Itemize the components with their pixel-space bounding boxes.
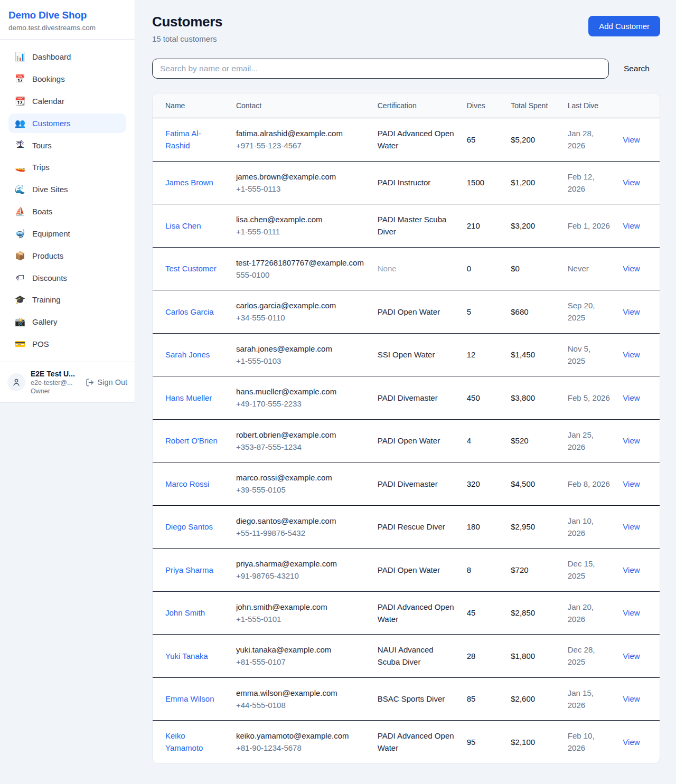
discounts-icon: 🏷 — [15, 273, 25, 282]
customer-last-dive: Jan 25, 2026 — [561, 419, 617, 462]
customer-email: marco.rossi@example.com — [236, 471, 365, 484]
customer-name-link[interactable]: Marco Rossi — [165, 479, 209, 488]
sidebar-item-label: Dive Sites — [32, 185, 68, 194]
calendar-icon: 📆 — [15, 96, 25, 106]
sidebar-item-label: Boats — [32, 207, 52, 216]
search-input[interactable] — [152, 59, 609, 79]
customer-name-link[interactable]: James Brown — [165, 178, 213, 187]
customer-name-link[interactable]: Hans Mueller — [165, 393, 212, 402]
sidebar-item-customers[interactable]: 👥 Customers — [8, 114, 126, 133]
customer-name-link[interactable]: Emma Wilson — [165, 694, 214, 703]
customer-certification: PADI Master Scuba Diver — [371, 204, 461, 248]
user-name: E2E Test U... — [31, 370, 80, 378]
customer-last-dive: Feb 8, 2026 — [561, 462, 617, 506]
add-customer-button[interactable]: Add Customer — [588, 16, 660, 36]
customer-dives: 8 — [461, 549, 505, 592]
customer-certification: BSAC Sports Diver — [371, 677, 461, 721]
customer-name-link[interactable]: Fatima Al-Rashid — [165, 129, 201, 150]
customer-total-spent: $2,950 — [504, 505, 561, 549]
sidebar-item-discounts[interactable]: 🏷 Discounts — [8, 268, 126, 287]
customer-last-dive: Feb 5, 2026 — [561, 376, 617, 420]
view-link[interactable]: View — [623, 178, 640, 187]
view-link[interactable]: View — [623, 479, 640, 488]
customer-name-link[interactable]: Robert O'Brien — [165, 436, 218, 445]
customer-last-dive: Sep 20, 2025 — [561, 290, 617, 334]
sign-out-icon — [86, 378, 95, 387]
table-row: Lisa Chen lisa.chen@example.com +1-555-0… — [153, 204, 660, 248]
customer-dives: 85 — [461, 677, 505, 721]
sign-out-button[interactable]: Sign Out — [86, 378, 127, 387]
sidebar-item-calendar[interactable]: 📆 Calendar — [8, 91, 126, 111]
sidebar-item-label: Training — [32, 295, 61, 304]
sidebar-item-label: Dashboard — [32, 52, 71, 61]
table-row: Test Customer test-1772681807767@example… — [153, 247, 660, 290]
view-link[interactable]: View — [623, 264, 640, 273]
customer-email: hans.mueller@example.com — [236, 385, 365, 398]
customer-certification: PADI Advanced Open Water — [371, 118, 461, 162]
user-role: Owner — [31, 388, 80, 395]
customer-name-link[interactable]: Keiko Yamamoto — [165, 731, 203, 752]
sidebar-item-training[interactable]: 🎓 Training — [8, 290, 126, 309]
column-header-name: Name — [153, 93, 230, 118]
customer-total-spent: $680 — [504, 290, 561, 334]
sidebar-item-trips[interactable]: 🚤 Trips — [8, 157, 126, 177]
sidebar-item-label: Equipment — [32, 229, 70, 238]
customer-last-dive: Feb 1, 2026 — [561, 204, 617, 248]
table-row: James Brown james.brown@example.com +1-5… — [153, 161, 660, 204]
view-link[interactable]: View — [623, 436, 640, 445]
customer-total-spent: $2,850 — [504, 591, 561, 635]
customer-dives: 0 — [461, 247, 505, 290]
search-button[interactable]: Search — [624, 64, 650, 73]
customer-last-dive: Jan 15, 2026 — [561, 677, 617, 721]
view-link[interactable]: View — [623, 608, 640, 617]
sidebar-item-tours[interactable]: 🏝 Tours — [8, 136, 126, 155]
customer-phone: +39-555-0105 — [236, 484, 365, 496]
table-row: Keiko Yamamoto keiko.yamamoto@example.co… — [153, 721, 660, 763]
customer-last-dive: Dec 15, 2025 — [561, 549, 617, 592]
view-link[interactable]: View — [623, 221, 640, 230]
training-icon: 🎓 — [15, 295, 25, 305]
gallery-icon: 📸 — [15, 317, 25, 327]
customer-last-dive: Feb 10, 2026 — [561, 721, 617, 763]
sidebar-item-bookings[interactable]: 📅 Bookings — [8, 69, 126, 89]
customer-name-link[interactable]: Lisa Chen — [165, 221, 201, 230]
sidebar-item-dashboard[interactable]: 📊 Dashboard — [8, 47, 126, 67]
customer-name-link[interactable]: John Smith — [165, 608, 205, 617]
sidebar-item-products[interactable]: 📦 Products — [8, 246, 126, 266]
view-link[interactable]: View — [623, 565, 640, 574]
sidebar-item-dive-sites[interactable]: 🌊 Dive Sites — [8, 180, 126, 199]
sign-out-label: Sign Out — [98, 378, 127, 386]
table-row: Diego Santos diego.santos@example.com +5… — [153, 505, 660, 549]
customer-phone: +1-555-0103 — [236, 355, 365, 367]
customer-name-link[interactable]: Diego Santos — [165, 522, 213, 531]
sidebar-item-pos[interactable]: 💳 POS — [8, 334, 126, 354]
view-link[interactable]: View — [623, 522, 640, 531]
customer-last-dive: Feb 12, 2026 — [561, 161, 617, 204]
customer-phone: +34-555-0110 — [236, 311, 365, 324]
customer-name-link[interactable]: Sarah Jones — [165, 350, 210, 359]
trips-icon: 🚤 — [15, 162, 25, 172]
table-row: Emma Wilson emma.wilson@example.com +44-… — [153, 677, 660, 721]
customer-name-link[interactable]: Carlos Garcia — [165, 307, 214, 316]
customer-email: john.smith@example.com — [236, 601, 365, 613]
customer-total-spent: $720 — [504, 549, 561, 592]
customer-dives: 1500 — [461, 161, 505, 204]
customer-dives: 210 — [461, 204, 505, 248]
customer-name-link[interactable]: Yuki Tanaka — [165, 651, 208, 660]
sidebar-item-boats[interactable]: ⛵ Boats — [8, 202, 126, 221]
view-link[interactable]: View — [623, 651, 640, 660]
sidebar-item-label: Products — [32, 251, 63, 260]
sidebar-item-gallery[interactable]: 📸 Gallery — [8, 312, 126, 332]
customer-name-link[interactable]: Test Customer — [165, 264, 217, 273]
customer-name-link[interactable]: Priya Sharma — [165, 565, 213, 574]
view-link[interactable]: View — [623, 738, 640, 747]
sidebar-item-label: Gallery — [32, 317, 58, 326]
view-link[interactable]: View — [623, 135, 640, 144]
view-link[interactable]: View — [623, 307, 640, 316]
view-link[interactable]: View — [623, 694, 640, 703]
customer-dives: 45 — [461, 591, 505, 635]
view-link[interactable]: View — [623, 393, 640, 402]
view-link[interactable]: View — [623, 350, 640, 359]
sidebar-item-equipment[interactable]: 🤿 Equipment — [8, 224, 126, 243]
customer-dives: 95 — [461, 721, 505, 763]
